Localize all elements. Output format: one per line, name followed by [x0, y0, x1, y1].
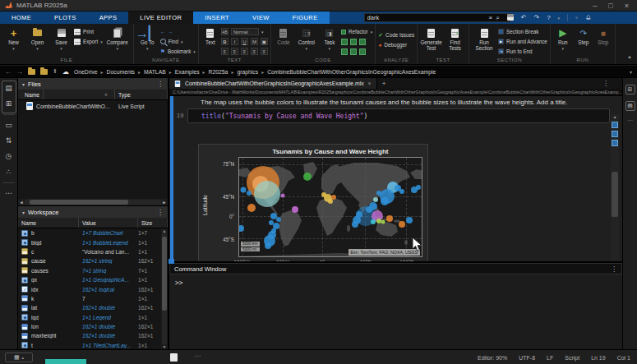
- nav-history-arrows[interactable]: ←→: [160, 27, 196, 36]
- search-clear-icon[interactable]: ×: [489, 14, 493, 21]
- workspace-row[interactable]: lgd1×1 Legend1×1: [18, 313, 168, 322]
- narrative-text[interactable]: The map uses the bubble colors to illust…: [201, 99, 567, 106]
- underline-button[interactable]: U: [241, 38, 248, 45]
- source-control-icon[interactable]: ⇅: [3, 135, 15, 146]
- compare-button[interactable]: Compare▾: [104, 25, 131, 51]
- numbered-list-icon[interactable]: ≡: [231, 48, 238, 55]
- status-more-icon[interactable]: ⋯: [194, 352, 201, 360]
- task-button[interactable]: ◨Task▾: [320, 25, 339, 51]
- file-row[interactable]: CombineBubbleChartWithO... Live Script: [18, 100, 168, 111]
- breadcrumb-item[interactable]: R2025a: [209, 69, 228, 75]
- scrollbar-thumb[interactable]: [162, 237, 167, 311]
- italic-button[interactable]: I: [231, 38, 238, 45]
- code-tool-icon[interactable]: [341, 48, 348, 55]
- column-size[interactable]: Size: [138, 218, 168, 228]
- save-button[interactable]: Save▾: [50, 25, 72, 51]
- more-icon[interactable]: ⋯: [623, 117, 637, 124]
- run-section-button[interactable]: Run Section: [472, 25, 496, 51]
- breadcrumb-item[interactable]: OneDrive: [74, 69, 98, 75]
- find-button[interactable]: Find▾: [160, 37, 196, 46]
- close-button[interactable]: ×: [625, 2, 629, 10]
- breadcrumb-item[interactable]: graphics: [237, 69, 258, 75]
- tab-plots[interactable]: PLOTS: [43, 12, 88, 24]
- files-horizontal-scrollbar[interactable]: ◀ ▶: [18, 199, 168, 205]
- collapse-ribbon-icon[interactable]: ▲: [627, 54, 632, 59]
- workspace-row[interactable]: gx1×1 GeographicA...1×1: [18, 275, 168, 284]
- breadcrumb-item[interactable]: MATLAB: [144, 69, 166, 75]
- tab-home[interactable]: HOME: [0, 12, 43, 24]
- export-button[interactable]: Export▾: [74, 37, 103, 46]
- workspace-panel-header[interactable]: ▾ Workspace ⋮: [18, 206, 168, 218]
- breadcrumb-item[interactable]: Documents: [107, 69, 135, 75]
- style-ab-icon[interactable]: AB: [221, 28, 228, 35]
- code-tool-icon[interactable]: [350, 39, 357, 45]
- path-dropdown-icon[interactable]: ▾: [630, 69, 632, 75]
- debugger-button[interactable]: ●Debugger: [378, 40, 414, 49]
- scrollbar-thumb[interactable]: [30, 200, 128, 205]
- command-window-kebab-icon[interactable]: ⋮: [611, 265, 617, 273]
- collapse-chevron-icon[interactable]: ▾: [22, 210, 25, 215]
- find-tests-button[interactable]: +Find Tests: [444, 25, 466, 51]
- code-tool-icon[interactable]: [359, 48, 366, 55]
- breadcrumb-item[interactable]: CombineBubbleChartWithOtherGraphicsInGeo…: [267, 69, 436, 75]
- text-style-dropdown[interactable]: Normal: [231, 28, 259, 35]
- history-clock-icon[interactable]: ◷: [3, 150, 15, 162]
- new-tab-icon[interactable]: +: [382, 80, 386, 87]
- column-value[interactable]: Value: [79, 218, 138, 228]
- editor-scrollbar-column[interactable]: ▲: [611, 114, 619, 261]
- tab-view[interactable]: VIEW: [241, 12, 281, 24]
- stop-button[interactable]: ■Stop: [594, 25, 612, 45]
- column-name[interactable]: Name+: [18, 90, 115, 99]
- bookmark-button[interactable]: ⚑Bookmark▾: [160, 47, 196, 56]
- document-status-icon[interactable]: [170, 353, 178, 362]
- output-thumbnail[interactable]: [612, 140, 618, 146]
- minimize-button[interactable]: –: [593, 2, 597, 10]
- tab-apps[interactable]: APPS: [88, 12, 129, 24]
- maximize-button[interactable]: □: [608, 2, 612, 10]
- editor-zoom-level[interactable]: Editor: 90%: [478, 355, 507, 361]
- editor-content[interactable]: The map uses the bubble colors to illust…: [169, 96, 622, 261]
- workspace-row[interactable]: k71×1: [18, 294, 168, 303]
- scroll-left-icon[interactable]: ◀: [18, 200, 25, 205]
- editor-kebab-icon[interactable]: ⋮: [602, 80, 622, 87]
- scroll-right-icon[interactable]: ▶: [161, 200, 168, 205]
- up-one-level-icon[interactable]: ⬆: [53, 68, 58, 75]
- workspace-row[interactable]: lat162×1 double162×1: [18, 303, 168, 312]
- new-button[interactable]: +New▾: [2, 25, 25, 51]
- property-inspector-icon[interactable]: ▤: [625, 101, 635, 111]
- generate-test-button[interactable]: Generate Test: [420, 25, 442, 51]
- scrollbar-thumb[interactable]: [612, 172, 618, 217]
- new-folder-icon[interactable]: [28, 69, 35, 75]
- run-button[interactable]: ▶Run▾: [553, 25, 573, 51]
- section-break-button[interactable]: Section Break: [498, 27, 547, 36]
- undo-icon[interactable]: ↶: [521, 14, 527, 21]
- command-window-header[interactable]: Command Window ⋮: [169, 263, 622, 274]
- close-tab-icon[interactable]: ×: [368, 81, 372, 86]
- column-type[interactable]: Type: [115, 90, 168, 99]
- scroll-up-icon[interactable]: ▲: [611, 114, 619, 119]
- step-button[interactable]: ↷Step: [575, 25, 593, 45]
- control-button[interactable]: ⋮≡Control▾: [295, 25, 318, 51]
- layout-grid-icon[interactable]: ⊞: [625, 85, 635, 94]
- text-button[interactable]: Text: [201, 25, 219, 45]
- tab-insert[interactable]: INSERT: [193, 12, 241, 24]
- collaborate-icon[interactable]: ∴: [3, 166, 15, 177]
- code-issues-button[interactable]: ✔Code Issues: [378, 30, 414, 39]
- code-button[interactable]: Code: [274, 25, 293, 45]
- bold-button[interactable]: B: [221, 38, 228, 45]
- workspace-row[interactable]: blgd1×1 BubbleLegend1×1: [18, 237, 168, 247]
- refactor-button[interactable]: Refactor▾: [341, 27, 372, 36]
- bulleted-list-icon[interactable]: ≡: [221, 48, 228, 55]
- output-thumbnail[interactable]: [612, 131, 618, 137]
- workspace-row[interactable]: c"Volcano and Lan...1×1: [18, 247, 168, 256]
- print-button[interactable]: Print: [74, 27, 103, 36]
- user-icon[interactable]: ◦: [575, 14, 578, 21]
- workspace-row[interactable]: b1×7 BubbleChart1×7: [18, 228, 168, 237]
- quick-save-icon[interactable]: [507, 14, 514, 22]
- workspace-menu-kebab-icon[interactable]: ⋮: [157, 209, 164, 216]
- more-panels-icon[interactable]: ⋯: [3, 187, 15, 199]
- help-dropdown-icon[interactable]: ▾: [558, 16, 561, 21]
- back-icon[interactable]: ←: [5, 68, 12, 76]
- workspace-row[interactable]: maxheight162×1 double162×1: [18, 331, 168, 340]
- panel-tray-icon[interactable]: ▭: [3, 119, 15, 131]
